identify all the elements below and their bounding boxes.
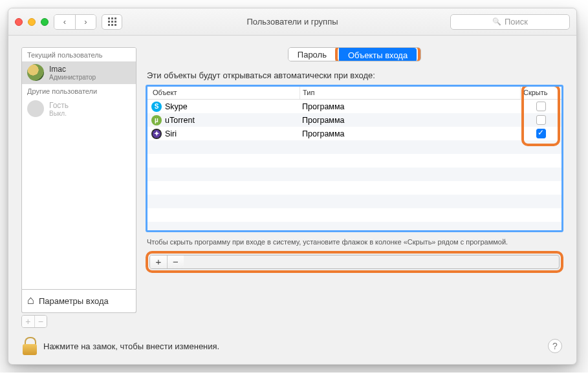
highlight-login-items-tab: Объекты входа [335, 47, 420, 61]
empty-row [147, 222, 561, 232]
zoom-icon[interactable] [41, 18, 49, 26]
app-icon: S [151, 102, 162, 112]
user-row-guest[interactable]: Гость Выкл. [22, 98, 136, 120]
item-name: Skype [165, 102, 188, 111]
empty-row [147, 168, 561, 181]
nav-buttons: ‹ › [54, 14, 96, 30]
item-type: Программа [299, 102, 520, 111]
intro-text: Эти объекты будут открываться автоматиче… [147, 70, 563, 80]
app-icon: µ [151, 115, 162, 125]
table-header: Объект Тип Скрыть [147, 87, 561, 100]
add-item-button[interactable]: + [150, 255, 167, 268]
avatar-icon [27, 100, 44, 117]
hide-checkbox[interactable] [536, 115, 546, 125]
prefs-window: ‹ › Пользователи и группы 🔍 Поиск Текущи… [8, 8, 577, 365]
tab-password[interactable]: Пароль [289, 48, 336, 61]
empty-row [147, 181, 561, 195]
empty-row [147, 154, 561, 168]
user-add-remove: + − [21, 315, 47, 328]
item-add-remove: + − [149, 255, 560, 269]
login-options-label: Параметры входа [39, 296, 109, 306]
main-panel: Пароль Объекты входа Эти объекты будут о… [146, 47, 563, 328]
house-icon: ⌂ [27, 294, 34, 307]
table-row[interactable]: µuTorrentПрограмма [147, 113, 561, 127]
col-hide[interactable]: Скрыть [520, 87, 561, 99]
footer: Нажмите на замок, чтобы внести изменения… [21, 337, 563, 355]
user-list: Текущий пользователь Imac Администратор … [21, 47, 136, 290]
guest-status: Выкл. [49, 110, 69, 117]
current-user-header: Текущий пользователь [22, 48, 136, 61]
user-name: Imac [49, 65, 96, 74]
hint-text: Чтобы скрыть программу при входе в систе… [147, 237, 562, 247]
user-role: Администратор [49, 74, 96, 81]
minimize-icon[interactable] [28, 18, 36, 26]
titlebar: ‹ › Пользователи и группы 🔍 Поиск [8, 8, 576, 36]
sidebar: Текущий пользователь Imac Администратор … [21, 47, 136, 328]
login-options-button[interactable]: ⌂ Параметры входа [21, 290, 136, 313]
add-user-button[interactable]: + [22, 316, 34, 327]
lock-icon[interactable] [23, 337, 37, 355]
empty-row [147, 208, 561, 222]
help-button[interactable]: ? [548, 339, 562, 353]
col-object[interactable]: Объект [147, 87, 299, 99]
search-icon: 🔍 [492, 17, 501, 26]
table-row[interactable]: SSkypeПрограмма [147, 100, 561, 113]
show-all-button[interactable] [102, 14, 122, 30]
hide-checkbox[interactable] [536, 129, 546, 138]
forward-button[interactable]: › [75, 15, 96, 29]
item-type: Программа [299, 116, 520, 125]
item-type: Программа [299, 129, 520, 138]
user-row-current[interactable]: Imac Администратор [22, 61, 136, 84]
empty-row [147, 195, 561, 208]
grid-icon [108, 17, 116, 26]
item-name: uTorrent [165, 116, 195, 125]
app-icon: ✦ [151, 129, 162, 139]
tab-login-items[interactable]: Объекты входа [339, 48, 417, 61]
lock-text: Нажмите на замок, чтобы внести изменения… [43, 341, 219, 351]
remove-user-button[interactable]: − [34, 316, 47, 327]
hide-checkbox[interactable] [536, 102, 546, 111]
search-placeholder: Поиск [505, 17, 528, 27]
table-row[interactable]: ✦SiriПрограмма [147, 127, 561, 140]
tab-bar: Пароль Объекты входа [146, 47, 563, 61]
table-body: SSkypeПрограммаµuTorrentПрограмма✦SiriПр… [147, 100, 561, 232]
close-icon[interactable] [15, 18, 23, 26]
window-controls [15, 18, 49, 26]
col-type[interactable]: Тип [299, 87, 520, 99]
remove-item-button[interactable]: − [167, 255, 184, 268]
empty-row [147, 140, 561, 154]
guest-name: Гость [49, 101, 69, 110]
body: Текущий пользователь Imac Администратор … [8, 36, 576, 364]
columns: Текущий пользователь Imac Администратор … [21, 47, 563, 328]
item-name: Siri [165, 129, 177, 138]
login-items-table: Объект Тип Скрыть SSkypeПрограммаµuTorre… [146, 85, 563, 232]
back-button[interactable]: ‹ [54, 15, 75, 29]
highlight-add-remove: + − [146, 251, 563, 273]
tabs: Пароль Объекты входа [288, 47, 421, 61]
other-users-header: Другие пользователи [22, 84, 136, 98]
avatar-icon [27, 64, 44, 81]
search-field[interactable]: 🔍 Поиск [450, 14, 570, 30]
